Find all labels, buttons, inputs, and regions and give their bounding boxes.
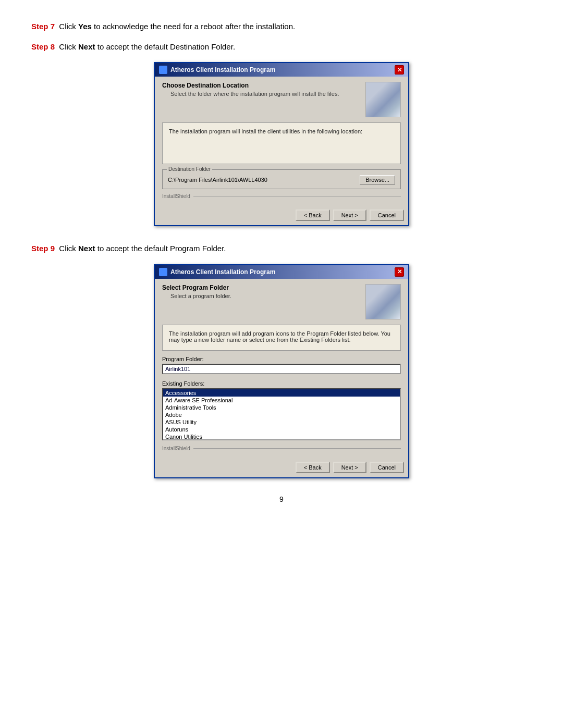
dialog1-header-text: Choose Destination Location Select the f…: [162, 82, 361, 97]
dialog1-header-section: Choose Destination Location Select the f…: [162, 82, 401, 117]
dialog2-folders-list[interactable]: Accessories Ad-Aware SE Professional Adm…: [162, 388, 401, 440]
step9-text: Click Next to accept the default Program…: [57, 244, 226, 253]
dialog1-next-button[interactable]: Next >: [333, 209, 366, 221]
dialog1-titlebar: Atheros Client Installation Program ✕: [155, 63, 408, 77]
step7-label: Step 7: [31, 22, 55, 31]
dialog2-title-icon: [159, 268, 167, 276]
dialog2-close-button[interactable]: ✕: [395, 267, 404, 277]
dialog2-header-section: Select Program Folder Select a program f…: [162, 284, 401, 319]
dialog2-body-text: The installation program will add progra…: [169, 330, 390, 343]
dialog1-body: The installation program will install th…: [162, 122, 401, 164]
dialog2: Atheros Client Installation Program ✕ Se…: [154, 264, 409, 478]
dialog2-header-subtitle: Select a program folder.: [170, 293, 361, 299]
dialog2-program-folder-label: Program Folder:: [162, 356, 401, 362]
dialog1-destination-path: C:\Program Files\Airlink101\AWLL4030: [168, 177, 356, 183]
dialog1-title: Atheros Client Installation Program: [170, 66, 275, 73]
dialog2-buttons: < Back Next > Cancel: [155, 459, 408, 477]
folder-item-canon[interactable]: Canon Utilities: [163, 433, 400, 440]
dialog1-back-button[interactable]: < Back: [296, 209, 330, 221]
dialog2-title-area: Atheros Client Installation Program: [159, 268, 275, 276]
dialog1: Atheros Client Installation Program ✕ Ch…: [154, 62, 409, 226]
folder-item-adobe[interactable]: Adobe: [163, 411, 400, 418]
dialog2-content: Select Program Folder Select a program f…: [155, 279, 408, 459]
dialog2-wrapper: Atheros Client Installation Program ✕ Se…: [31, 264, 532, 478]
step8-label: Step 8: [31, 42, 55, 51]
step7-text: Click Yes to acknowledge the need for a …: [57, 22, 295, 31]
dialog2-next-button[interactable]: Next >: [333, 462, 366, 473]
step9-line: Step 9 Click Next to accept the default …: [31, 243, 532, 255]
dialog1-destination-group: Destination Folder C:\Program Files\Airl…: [162, 169, 401, 189]
dialog2-cancel-button[interactable]: Cancel: [370, 462, 404, 473]
dialog1-installshield-text: InstallShield: [162, 193, 190, 199]
dialog2-header-title: Select Program Folder: [162, 284, 361, 291]
dialog1-content: Choose Destination Location Select the f…: [155, 77, 408, 206]
dialog2-corner-image: [365, 284, 401, 319]
dialog1-buttons: < Back Next > Cancel: [155, 206, 408, 225]
dialog2-installshield-text: InstallShield: [162, 446, 190, 451]
dialog2-program-folder-input[interactable]: [162, 364, 401, 374]
dialog1-title-icon: [159, 66, 167, 74]
dialog1-title-area: Atheros Client Installation Program: [159, 66, 275, 74]
dialog1-destination-row: C:\Program Files\Airlink101\AWLL4030 Bro…: [168, 175, 395, 184]
dialog2-title: Atheros Client Installation Program: [170, 268, 275, 276]
dialog1-header-title: Choose Destination Location: [162, 82, 361, 89]
step8-line: Step 8 Click Next to accept the default …: [31, 41, 532, 53]
folder-item-asus[interactable]: ASUS Utility: [163, 418, 400, 426]
step8-text: Click Next to accept the default Destina…: [57, 42, 235, 51]
dialog2-installshield: InstallShield: [162, 446, 401, 451]
dialog1-cancel-button[interactable]: Cancel: [370, 209, 404, 221]
dialog1-corner-image: [365, 82, 401, 117]
dialog1-wrapper: Atheros Client Installation Program ✕ Ch…: [31, 62, 532, 226]
dialog2-back-button[interactable]: < Back: [296, 462, 330, 473]
page-number: 9: [31, 495, 532, 503]
dialog2-header-text: Select Program Folder Select a program f…: [162, 284, 361, 299]
step7-line: Step 7 Click Yes to acknowledge the need…: [31, 21, 532, 33]
dialog2-body: The installation program will add progra…: [162, 325, 401, 351]
dialog1-body-text: The installation program will install th…: [169, 128, 362, 134]
dialog2-existing-folders-label: Existing Folders:: [162, 380, 401, 387]
folder-item-admin[interactable]: Administrative Tools: [163, 404, 400, 411]
dialog1-browse-button[interactable]: Browse...: [360, 175, 395, 184]
dialog1-installshield: InstallShield: [162, 193, 401, 199]
dialog1-header-subtitle: Select the folder where the installation…: [170, 91, 361, 97]
dialog2-titlebar: Atheros Client Installation Program ✕: [155, 265, 408, 279]
folder-item-adaware[interactable]: Ad-Aware SE Professional: [163, 397, 400, 404]
folder-item-autoruns[interactable]: Autoruns: [163, 426, 400, 433]
folder-item-accessories[interactable]: Accessories: [163, 389, 400, 397]
dialog1-destination-legend: Destination Folder: [167, 166, 212, 172]
step9-label: Step 9: [31, 244, 55, 253]
dialog1-close-button[interactable]: ✕: [395, 65, 404, 75]
